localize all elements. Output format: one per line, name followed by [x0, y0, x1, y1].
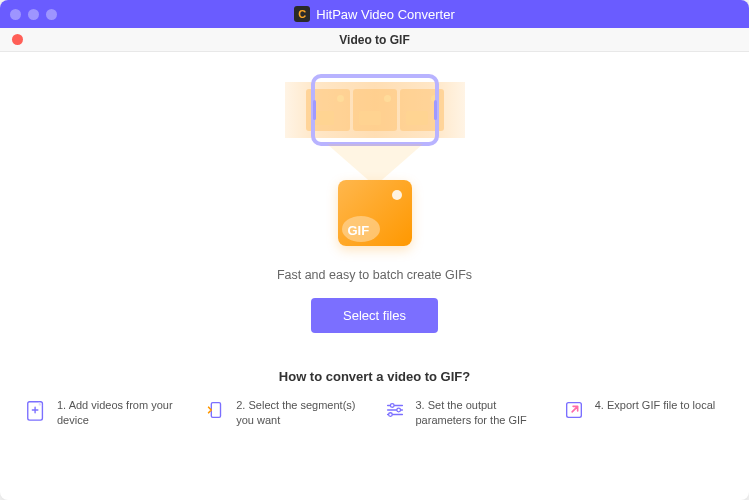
svg-point-3 [396, 408, 400, 412]
add-file-icon [24, 398, 48, 422]
app-title-wrap: C HitPaw Video Converter [294, 6, 455, 22]
subheader: Video to GIF [0, 28, 749, 52]
step-text: 3. Set the output parameters for the GIF [416, 398, 546, 428]
segment-icon [203, 398, 227, 422]
step-2: 2. Select the segment(s) you want [203, 398, 366, 428]
gif-label: GIF [348, 223, 370, 238]
app-title: HitPaw Video Converter [316, 7, 455, 22]
device-frame-icon [311, 74, 439, 146]
subheader-title: Video to GIF [339, 33, 409, 47]
titlebar-minimize-button[interactable] [28, 9, 39, 20]
step-4: 4. Export GIF file to local [562, 398, 725, 428]
step-text: 4. Export GIF file to local [595, 398, 715, 413]
step-1: 1. Add videos from your device [24, 398, 187, 428]
step-text: 1. Add videos from your device [57, 398, 187, 428]
hero-graphic: GIF [275, 74, 475, 254]
step-text: 2. Select the segment(s) you want [236, 398, 366, 428]
svg-point-4 [388, 413, 392, 417]
howto-steps: 1. Add videos from your device 2. Select… [0, 398, 749, 446]
export-icon [562, 398, 586, 422]
gif-card-icon: GIF [338, 180, 412, 246]
traffic-lights [10, 9, 57, 20]
app-logo-icon: C [294, 6, 310, 22]
filmstrip-container [275, 74, 475, 146]
titlebar-close-button[interactable] [10, 9, 21, 20]
close-button[interactable] [12, 34, 23, 45]
titlebar: C HitPaw Video Converter [0, 0, 749, 28]
svg-point-2 [390, 404, 394, 408]
tagline: Fast and easy to batch create GIFs [277, 268, 472, 282]
select-files-button[interactable]: Select files [311, 298, 438, 333]
main-content: GIF Fast and easy to batch create GIFs S… [0, 52, 749, 500]
step-3: 3. Set the output parameters for the GIF [383, 398, 546, 428]
svg-rect-1 [212, 403, 221, 418]
settings-sliders-icon [383, 398, 407, 422]
app-window: C HitPaw Video Converter Video to GIF GI… [0, 0, 749, 500]
titlebar-maximize-button[interactable] [46, 9, 57, 20]
howto-title: How to convert a video to GIF? [279, 369, 470, 384]
